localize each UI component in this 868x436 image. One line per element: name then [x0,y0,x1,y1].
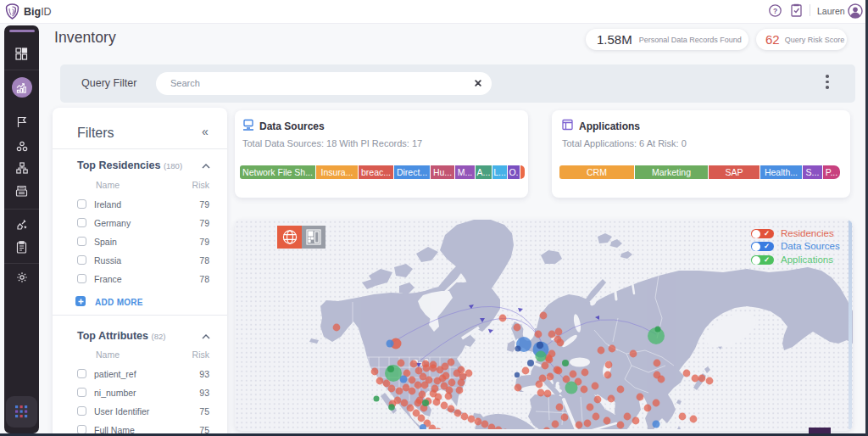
svg-text:?: ? [773,7,777,15]
